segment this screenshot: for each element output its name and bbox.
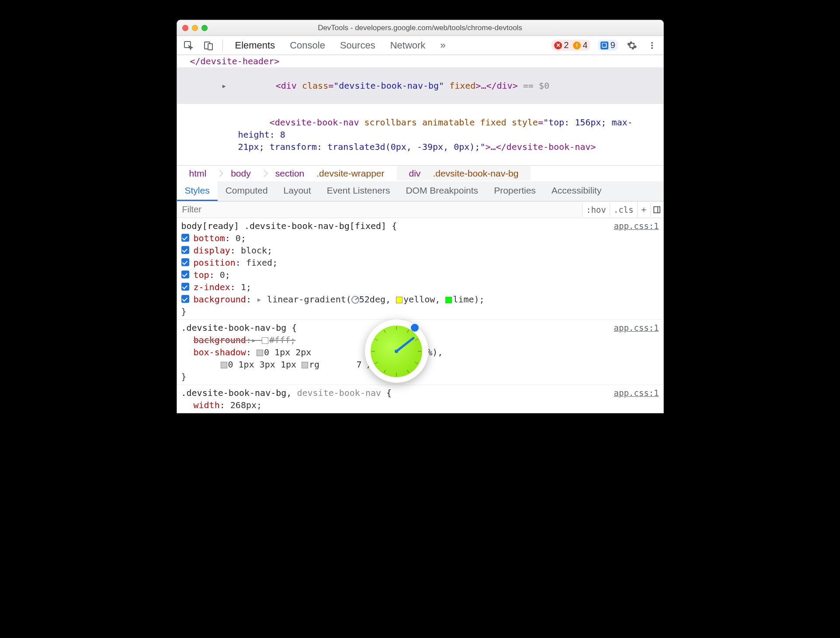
breadcrumb: html body section.devsite-wrapper div.de…	[177, 165, 663, 181]
subtab-dombreakpoints[interactable]: DOM Breakpoints	[398, 181, 486, 201]
css-rule[interactable]: app.css:1 .devsite-book-nav-bg, devsite-…	[177, 385, 663, 413]
zoom-icon[interactable]	[201, 25, 208, 31]
shadow-swatch-icon[interactable]	[257, 350, 263, 356]
tab-sources[interactable]: Sources	[340, 40, 375, 51]
crumb-html[interactable]: html	[177, 166, 219, 181]
crumb-body[interactable]: body	[219, 166, 263, 181]
checkbox-icon[interactable]	[181, 295, 189, 303]
svg-point-4	[651, 45, 653, 46]
svg-point-3	[651, 42, 653, 44]
color-swatch-icon[interactable]	[396, 297, 403, 303]
devtools-window: DevTools - developers.google.com/web/too…	[177, 20, 664, 413]
styles-subtabs: Styles Computed Layout Event Listeners D…	[177, 181, 663, 201]
minimize-icon[interactable]	[192, 25, 198, 31]
device-toggle-icon[interactable]	[202, 39, 215, 52]
source-link[interactable]: app.css:1	[614, 387, 659, 399]
hov-toggle[interactable]: :hov	[582, 203, 610, 217]
computed-toggle-icon[interactable]	[650, 204, 663, 216]
color-swatch-icon[interactable]	[445, 297, 452, 303]
subtab-properties[interactable]: Properties	[486, 181, 544, 201]
checkbox-icon[interactable]	[181, 283, 189, 291]
checkbox-icon[interactable]	[181, 270, 189, 278]
traffic-lights	[182, 25, 208, 31]
angle-clock-icon[interactable]	[351, 296, 359, 304]
dom-tree[interactable]: </devsite-header> ▸<div class="devsite-b…	[177, 55, 663, 165]
subtab-accessibility[interactable]: Accessibility	[544, 181, 609, 201]
subtab-computed[interactable]: Computed	[218, 181, 276, 201]
clock-center-icon	[395, 350, 398, 353]
clock-face[interactable]	[371, 326, 422, 377]
main-toolbar: Elements Console Sources Network » ✕ 2 !…	[177, 36, 663, 55]
divider	[222, 40, 223, 51]
crumb-section[interactable]: section.devsite-wrapper	[263, 166, 397, 181]
shadow-swatch-icon[interactable]	[221, 362, 227, 368]
window-titlebar: DevTools - developers.google.com/web/too…	[177, 20, 663, 36]
tab-console[interactable]: Console	[290, 40, 325, 51]
tab-elements[interactable]: Elements	[235, 40, 275, 51]
filter-bar: :hov .cls ＋	[177, 201, 663, 218]
dom-line[interactable]: <devsite-book-nav scrollbars animatable …	[177, 104, 663, 165]
kebab-icon[interactable]	[646, 39, 658, 52]
inspect-icon[interactable]	[182, 39, 194, 52]
expand-icon[interactable]: ▸	[270, 80, 276, 92]
svg-rect-6	[654, 207, 660, 213]
source-link[interactable]: app.css:1	[614, 322, 659, 334]
checkbox-icon[interactable]	[181, 234, 189, 242]
angle-clock-popover[interactable]	[365, 319, 428, 383]
source-link[interactable]: app.css:1	[614, 220, 659, 232]
clock-hand[interactable]	[396, 336, 415, 352]
color-swatch-icon[interactable]	[302, 362, 308, 368]
tab-overflow[interactable]: »	[440, 40, 445, 51]
window-title: DevTools - developers.google.com/web/too…	[177, 24, 663, 32]
content-area: </devsite-header> ▸<div class="devsite-b…	[177, 55, 663, 413]
subtab-layout[interactable]: Layout	[276, 181, 319, 201]
color-swatch-icon[interactable]	[262, 337, 268, 344]
new-rule-icon[interactable]: ＋	[637, 201, 650, 218]
gear-icon[interactable]	[626, 39, 638, 52]
dom-selected-node[interactable]: ▸<div class="devsite-book-nav-bg" fixed>…	[177, 67, 663, 104]
checkbox-icon[interactable]	[181, 258, 189, 266]
issues-icon: ❏	[600, 42, 608, 49]
panel-tabs: Elements Console Sources Network »	[235, 40, 446, 51]
issues-badge[interactable]: ❏ 9	[598, 40, 618, 51]
crumb-div[interactable]: div.devsite-book-nav-bg	[397, 166, 531, 181]
warning-icon: !	[573, 42, 581, 49]
checkbox-icon[interactable]	[181, 246, 189, 254]
svg-rect-2	[208, 44, 212, 50]
clock-knob[interactable]	[411, 324, 419, 332]
subtab-eventlisteners[interactable]: Event Listeners	[319, 181, 398, 201]
svg-point-5	[651, 47, 653, 49]
filter-input[interactable]	[177, 201, 582, 218]
css-rule[interactable]: app.css:1 body[ready] .devsite-book-nav-…	[177, 218, 663, 320]
close-icon[interactable]	[182, 25, 188, 31]
error-icon: ✕	[554, 42, 562, 49]
error-warning-badge[interactable]: ✕ 2 ! 4	[552, 40, 590, 51]
cls-toggle[interactable]: .cls	[610, 203, 637, 217]
tab-network[interactable]: Network	[390, 40, 426, 51]
styles-rules: app.css:1 body[ready] .devsite-book-nav-…	[177, 218, 663, 413]
subtab-styles[interactable]: Styles	[177, 181, 218, 201]
dom-line[interactable]: </devsite-header>	[177, 55, 663, 67]
